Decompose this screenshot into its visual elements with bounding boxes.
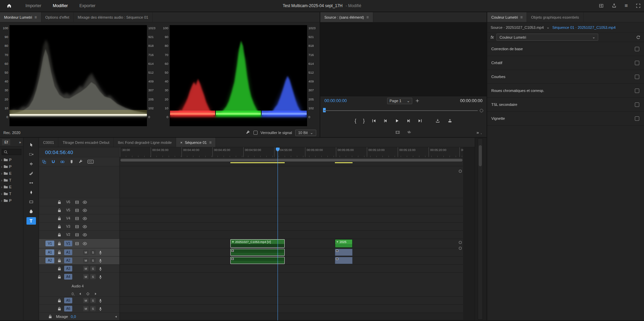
track-name[interactable]: V6 bbox=[64, 200, 72, 204]
reset-effect-button[interactable] bbox=[636, 35, 641, 40]
track-synclock-button[interactable] bbox=[74, 224, 80, 230]
slip-tool[interactable] bbox=[26, 179, 36, 187]
step-forward-button[interactable] bbox=[406, 118, 411, 123]
chevron-right-icon[interactable]: › bbox=[1, 192, 2, 196]
mute-button[interactable]: M bbox=[83, 266, 89, 271]
track-content[interactable]: 20251027_C1053.mp4 [V] 2025 bbox=[120, 239, 463, 248]
track-content[interactable] bbox=[120, 313, 463, 320]
more-panels-icon[interactable]: » bbox=[19, 140, 21, 144]
track-name[interactable]: V4 bbox=[64, 216, 72, 220]
chevron-right-icon[interactable]: › bbox=[1, 199, 2, 203]
chevron-right-icon[interactable]: › bbox=[1, 165, 2, 169]
track-content[interactable] bbox=[120, 265, 463, 273]
snap-button[interactable] bbox=[51, 159, 56, 164]
mute-button[interactable]: M bbox=[83, 250, 89, 255]
section-enabled-checkbox[interactable] bbox=[635, 75, 639, 79]
chevron-right-icon[interactable]: › bbox=[1, 171, 2, 175]
goto-in-button[interactable] bbox=[372, 118, 376, 123]
clip-video-2025[interactable]: 2025 bbox=[335, 239, 353, 248]
track-visibility-button[interactable] bbox=[82, 215, 88, 222]
tab-sequence-fond[interactable]: Ibrc Fond degradré Ligne mobile bbox=[114, 138, 176, 147]
quick-export-button[interactable] bbox=[612, 3, 617, 8]
track-visibility-button[interactable] bbox=[82, 207, 88, 213]
track-visibility-button[interactable] bbox=[82, 199, 88, 205]
track-lock-button[interactable] bbox=[56, 232, 62, 238]
empty-track-area[interactable] bbox=[120, 166, 463, 198]
voiceover-record-button[interactable] bbox=[97, 274, 103, 280]
voiceover-record-button[interactable] bbox=[97, 249, 103, 256]
solo-button[interactable]: S bbox=[90, 298, 96, 303]
track-content[interactable] bbox=[120, 257, 463, 265]
mute-button[interactable]: M bbox=[83, 298, 89, 303]
solo-button[interactable]: S bbox=[90, 250, 96, 255]
track-name[interactable]: V3 bbox=[64, 225, 72, 228]
menu-button[interactable]: ≡ bbox=[625, 3, 628, 8]
track-content[interactable] bbox=[120, 214, 463, 223]
overwrite-button[interactable] bbox=[448, 118, 452, 123]
track-content[interactable] bbox=[120, 231, 463, 239]
track-select-tool[interactable] bbox=[26, 151, 36, 158]
clip-audio-main-a1[interactable] bbox=[230, 249, 285, 256]
play-button[interactable] bbox=[395, 118, 399, 123]
scrubber-end-handle[interactable] bbox=[480, 109, 483, 112]
track-lock-button[interactable] bbox=[56, 266, 62, 272]
tab-lumetri-monitor[interactable]: Moniteur Lumetri ≡ bbox=[0, 12, 41, 22]
close-icon[interactable]: × bbox=[180, 140, 182, 145]
razor-tool[interactable] bbox=[26, 170, 36, 177]
clip-audio-2025-a2[interactable] bbox=[335, 257, 353, 264]
chevron-right-icon[interactable]: › bbox=[1, 185, 2, 189]
voiceover-record-button[interactable] bbox=[97, 298, 103, 304]
zoom-scrollbar[interactable] bbox=[120, 159, 462, 162]
track-synclock-button[interactable] bbox=[74, 241, 80, 247]
bin-item[interactable]: ›E bbox=[0, 184, 23, 190]
sequence-clip-label[interactable]: Séquence 01 · 20251027_C1053.mp4 bbox=[552, 25, 616, 30]
source-scrubber[interactable] bbox=[320, 105, 487, 114]
work-area-bar[interactable] bbox=[120, 157, 463, 166]
track-visibility-button[interactable] bbox=[82, 224, 88, 230]
insert-button[interactable] bbox=[435, 118, 440, 123]
fit-settings-button[interactable] bbox=[415, 98, 420, 103]
zoom-level-select[interactable]: Page 1 ⌄ bbox=[387, 98, 412, 104]
mute-button[interactable]: M bbox=[83, 258, 89, 263]
track-lock-button[interactable] bbox=[56, 258, 62, 264]
section-hsl-secondary[interactable]: TSL secondaire bbox=[487, 98, 644, 112]
ripple-edit-tool[interactable] bbox=[26, 160, 36, 168]
section-enabled-checkbox[interactable] bbox=[635, 61, 639, 65]
panel-menu-icon[interactable]: ≡ bbox=[366, 15, 369, 20]
track-target-v1[interactable]: V1 bbox=[64, 241, 72, 246]
section-basic-correction[interactable]: Correction de base bbox=[487, 42, 644, 56]
track-lock-button[interactable] bbox=[56, 249, 62, 256]
track-synclock-button[interactable] bbox=[74, 199, 80, 205]
clip-video-main[interactable]: 20251027_C1053.mp4 [V] bbox=[230, 239, 285, 248]
track-content[interactable] bbox=[120, 206, 463, 214]
chevron-right-icon[interactable]: › bbox=[1, 178, 2, 182]
tab-essential-graphics[interactable]: Objets graphiques essentiels bbox=[527, 12, 583, 22]
solo-button[interactable]: S bbox=[90, 306, 96, 311]
track-target-a4[interactable]: A4 bbox=[64, 274, 72, 280]
captions-button[interactable]: CC bbox=[88, 160, 94, 164]
track-content[interactable] bbox=[120, 273, 463, 297]
section-enabled-checkbox[interactable] bbox=[635, 116, 639, 121]
tab-effect-controls[interactable]: Options d'effet bbox=[41, 12, 74, 22]
section-creative[interactable]: Créatif bbox=[487, 56, 644, 70]
track-resize-handle[interactable] bbox=[459, 170, 462, 173]
clip-audio-2025-a1[interactable] bbox=[335, 249, 353, 256]
tab-sequence-c0001[interactable]: C0001 bbox=[39, 138, 58, 147]
track-synclock-button[interactable] bbox=[74, 207, 80, 213]
track-visibility-button[interactable] bbox=[82, 232, 88, 238]
overflow-button[interactable]: » bbox=[476, 130, 479, 135]
tab-sequence-titrage[interactable]: Titrage Demi encadré Debut bbox=[58, 138, 114, 147]
source-patch-a1[interactable]: A1 bbox=[45, 249, 54, 255]
track-resize-handle[interactable] bbox=[459, 247, 462, 250]
section-curves[interactable]: Courbes bbox=[487, 70, 644, 84]
project-search-box[interactable] bbox=[2, 149, 21, 155]
source-patch-a2[interactable]: A2 bbox=[45, 258, 54, 263]
mark-out-button[interactable]: } bbox=[363, 118, 365, 124]
mode-tab-edit[interactable]: Modifier bbox=[47, 0, 74, 12]
tab-audio-clip-mixer[interactable]: Mixage des éléments audio : Séquence 01 bbox=[74, 12, 153, 22]
panel-menu-icon[interactable]: ≡ bbox=[35, 15, 37, 20]
bin-item[interactable]: ›T bbox=[0, 190, 23, 197]
workspace-button[interactable] bbox=[599, 3, 604, 8]
clip-audio-main-a2[interactable] bbox=[230, 257, 285, 264]
track-name[interactable]: V2 bbox=[64, 233, 72, 237]
